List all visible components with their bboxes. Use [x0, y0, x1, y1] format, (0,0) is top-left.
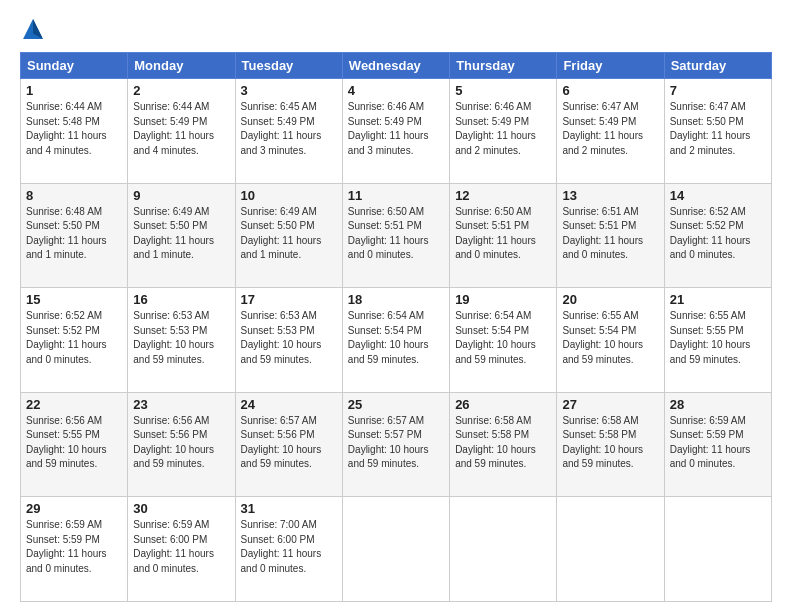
day-info: Sunrise: 6:59 AMSunset: 5:59 PMDaylight:… — [670, 414, 766, 472]
table-row: 18Sunrise: 6:54 AMSunset: 5:54 PMDayligh… — [342, 288, 449, 393]
logo-icon — [22, 18, 44, 40]
table-row: 12Sunrise: 6:50 AMSunset: 5:51 PMDayligh… — [450, 183, 557, 288]
day-info: Sunrise: 6:55 AMSunset: 5:54 PMDaylight:… — [562, 309, 658, 367]
day-info: Sunrise: 6:54 AMSunset: 5:54 PMDaylight:… — [455, 309, 551, 367]
calendar-week-row: 8Sunrise: 6:48 AMSunset: 5:50 PMDaylight… — [21, 183, 772, 288]
day-info: Sunrise: 6:54 AMSunset: 5:54 PMDaylight:… — [348, 309, 444, 367]
table-row: 5Sunrise: 6:46 AMSunset: 5:49 PMDaylight… — [450, 79, 557, 184]
table-row: 14Sunrise: 6:52 AMSunset: 5:52 PMDayligh… — [664, 183, 771, 288]
day-number: 4 — [348, 83, 444, 98]
day-info: Sunrise: 6:58 AMSunset: 5:58 PMDaylight:… — [562, 414, 658, 472]
day-info: Sunrise: 6:49 AMSunset: 5:50 PMDaylight:… — [133, 205, 229, 263]
calendar-table: Sunday Monday Tuesday Wednesday Thursday… — [20, 52, 772, 602]
table-row: 21Sunrise: 6:55 AMSunset: 5:55 PMDayligh… — [664, 288, 771, 393]
day-number: 25 — [348, 397, 444, 412]
calendar-week-row: 29Sunrise: 6:59 AMSunset: 5:59 PMDayligh… — [21, 497, 772, 602]
day-info: Sunrise: 6:59 AMSunset: 6:00 PMDaylight:… — [133, 518, 229, 576]
col-monday: Monday — [128, 53, 235, 79]
table-row: 9Sunrise: 6:49 AMSunset: 5:50 PMDaylight… — [128, 183, 235, 288]
day-number: 31 — [241, 501, 337, 516]
day-number: 9 — [133, 188, 229, 203]
day-info: Sunrise: 6:56 AMSunset: 5:55 PMDaylight:… — [26, 414, 122, 472]
day-number: 17 — [241, 292, 337, 307]
day-number: 29 — [26, 501, 122, 516]
table-row: 30Sunrise: 6:59 AMSunset: 6:00 PMDayligh… — [128, 497, 235, 602]
day-number: 16 — [133, 292, 229, 307]
day-number: 10 — [241, 188, 337, 203]
table-row: 17Sunrise: 6:53 AMSunset: 5:53 PMDayligh… — [235, 288, 342, 393]
day-number: 24 — [241, 397, 337, 412]
day-number: 19 — [455, 292, 551, 307]
table-row: 13Sunrise: 6:51 AMSunset: 5:51 PMDayligh… — [557, 183, 664, 288]
day-info: Sunrise: 6:55 AMSunset: 5:55 PMDaylight:… — [670, 309, 766, 367]
table-row — [342, 497, 449, 602]
table-row: 4Sunrise: 6:46 AMSunset: 5:49 PMDaylight… — [342, 79, 449, 184]
day-number: 1 — [26, 83, 122, 98]
table-row: 25Sunrise: 6:57 AMSunset: 5:57 PMDayligh… — [342, 392, 449, 497]
col-wednesday: Wednesday — [342, 53, 449, 79]
table-row: 23Sunrise: 6:56 AMSunset: 5:56 PMDayligh… — [128, 392, 235, 497]
day-info: Sunrise: 6:50 AMSunset: 5:51 PMDaylight:… — [348, 205, 444, 263]
table-row: 7Sunrise: 6:47 AMSunset: 5:50 PMDaylight… — [664, 79, 771, 184]
day-info: Sunrise: 6:52 AMSunset: 5:52 PMDaylight:… — [670, 205, 766, 263]
day-info: Sunrise: 6:47 AMSunset: 5:49 PMDaylight:… — [562, 100, 658, 158]
day-info: Sunrise: 6:57 AMSunset: 5:56 PMDaylight:… — [241, 414, 337, 472]
day-number: 11 — [348, 188, 444, 203]
day-number: 22 — [26, 397, 122, 412]
day-info: Sunrise: 6:44 AMSunset: 5:48 PMDaylight:… — [26, 100, 122, 158]
day-number: 14 — [670, 188, 766, 203]
logo — [20, 18, 48, 44]
header — [20, 18, 772, 44]
table-row: 26Sunrise: 6:58 AMSunset: 5:58 PMDayligh… — [450, 392, 557, 497]
table-row: 28Sunrise: 6:59 AMSunset: 5:59 PMDayligh… — [664, 392, 771, 497]
day-number: 20 — [562, 292, 658, 307]
day-info: Sunrise: 6:52 AMSunset: 5:52 PMDaylight:… — [26, 309, 122, 367]
table-row: 29Sunrise: 6:59 AMSunset: 5:59 PMDayligh… — [21, 497, 128, 602]
day-info: Sunrise: 6:46 AMSunset: 5:49 PMDaylight:… — [348, 100, 444, 158]
table-row: 16Sunrise: 6:53 AMSunset: 5:53 PMDayligh… — [128, 288, 235, 393]
col-tuesday: Tuesday — [235, 53, 342, 79]
day-info: Sunrise: 6:44 AMSunset: 5:49 PMDaylight:… — [133, 100, 229, 158]
day-info: Sunrise: 6:46 AMSunset: 5:49 PMDaylight:… — [455, 100, 551, 158]
table-row: 3Sunrise: 6:45 AMSunset: 5:49 PMDaylight… — [235, 79, 342, 184]
day-number: 13 — [562, 188, 658, 203]
day-info: Sunrise: 6:49 AMSunset: 5:50 PMDaylight:… — [241, 205, 337, 263]
col-thursday: Thursday — [450, 53, 557, 79]
day-info: Sunrise: 6:58 AMSunset: 5:58 PMDaylight:… — [455, 414, 551, 472]
day-number: 21 — [670, 292, 766, 307]
table-row: 10Sunrise: 6:49 AMSunset: 5:50 PMDayligh… — [235, 183, 342, 288]
day-number: 15 — [26, 292, 122, 307]
day-number: 3 — [241, 83, 337, 98]
day-info: Sunrise: 6:56 AMSunset: 5:56 PMDaylight:… — [133, 414, 229, 472]
day-number: 12 — [455, 188, 551, 203]
calendar-week-row: 22Sunrise: 6:56 AMSunset: 5:55 PMDayligh… — [21, 392, 772, 497]
day-info: Sunrise: 6:59 AMSunset: 5:59 PMDaylight:… — [26, 518, 122, 576]
day-number: 8 — [26, 188, 122, 203]
day-info: Sunrise: 6:45 AMSunset: 5:49 PMDaylight:… — [241, 100, 337, 158]
table-row: 15Sunrise: 6:52 AMSunset: 5:52 PMDayligh… — [21, 288, 128, 393]
table-row: 11Sunrise: 6:50 AMSunset: 5:51 PMDayligh… — [342, 183, 449, 288]
calendar-week-row: 1Sunrise: 6:44 AMSunset: 5:48 PMDaylight… — [21, 79, 772, 184]
day-number: 26 — [455, 397, 551, 412]
day-number: 18 — [348, 292, 444, 307]
table-row: 1Sunrise: 6:44 AMSunset: 5:48 PMDaylight… — [21, 79, 128, 184]
day-number: 7 — [670, 83, 766, 98]
table-row: 6Sunrise: 6:47 AMSunset: 5:49 PMDaylight… — [557, 79, 664, 184]
day-number: 27 — [562, 397, 658, 412]
table-row: 20Sunrise: 6:55 AMSunset: 5:54 PMDayligh… — [557, 288, 664, 393]
table-row: 19Sunrise: 6:54 AMSunset: 5:54 PMDayligh… — [450, 288, 557, 393]
day-info: Sunrise: 6:51 AMSunset: 5:51 PMDaylight:… — [562, 205, 658, 263]
day-info: Sunrise: 6:48 AMSunset: 5:50 PMDaylight:… — [26, 205, 122, 263]
page: Sunday Monday Tuesday Wednesday Thursday… — [0, 0, 792, 612]
day-number: 23 — [133, 397, 229, 412]
col-sunday: Sunday — [21, 53, 128, 79]
day-info: Sunrise: 6:57 AMSunset: 5:57 PMDaylight:… — [348, 414, 444, 472]
calendar-header-row: Sunday Monday Tuesday Wednesday Thursday… — [21, 53, 772, 79]
day-info: Sunrise: 6:53 AMSunset: 5:53 PMDaylight:… — [133, 309, 229, 367]
table-row: 8Sunrise: 6:48 AMSunset: 5:50 PMDaylight… — [21, 183, 128, 288]
table-row: 31Sunrise: 7:00 AMSunset: 6:00 PMDayligh… — [235, 497, 342, 602]
day-info: Sunrise: 7:00 AMSunset: 6:00 PMDaylight:… — [241, 518, 337, 576]
day-number: 2 — [133, 83, 229, 98]
table-row — [450, 497, 557, 602]
day-number: 6 — [562, 83, 658, 98]
